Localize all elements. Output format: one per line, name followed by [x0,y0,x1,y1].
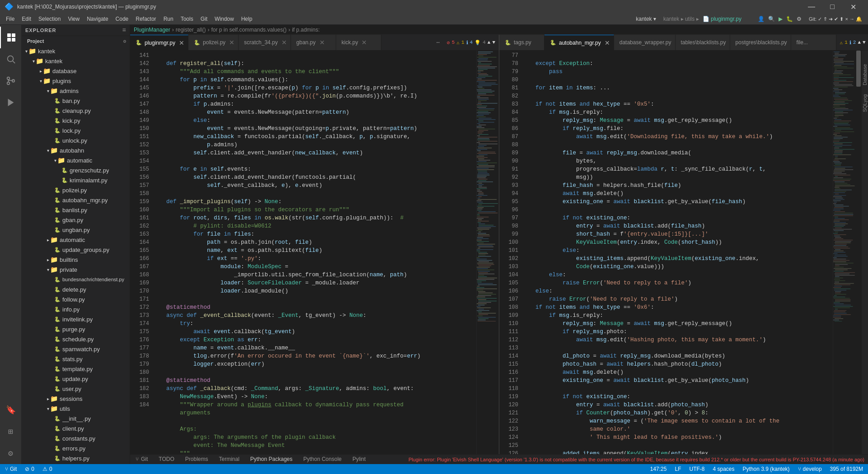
git-status-icon[interactable]: Git: ✓ ⇑ ➜ ✔ ⬆ × → 🔔 [805,15,866,23]
tree-item-private[interactable]: ▾ 📁 private [22,265,130,274]
tree-item-kriminalamt[interactable]: 🐍 kriminalamt.py [22,175,130,185]
project-selector[interactable]: kantek ▾ [632,15,660,23]
status-errors[interactable]: ⊘ 0 [23,464,36,474]
tree-item-polizei[interactable]: 🐍 polizei.py [22,185,130,195]
tree-item-purge[interactable]: 🐍 purge.py [22,324,130,334]
tab-todo[interactable]: TODO [153,455,179,465]
tab-pluginmgr[interactable]: 🐍 pluginmgr.py ✕ [130,35,188,50]
tab-close-scratch34[interactable]: ✕ [282,39,287,46]
tree-item-automatic[interactable]: ▾ 📁 automatic [22,155,130,165]
menu-edit[interactable]: Edit [18,15,35,23]
tree-item-update[interactable]: 🐍 update.py [22,374,130,384]
tree-item-spamwatch[interactable]: 🐍 spamwatch.py [22,344,130,354]
menu-view[interactable]: View [64,15,83,23]
menu-run[interactable]: Run [160,15,177,23]
tree-item-user[interactable]: 🐍 user.py [22,384,130,394]
tree-item-client[interactable]: 🐍 client.py [22,423,130,433]
tree-item-cleanup[interactable]: 🐍 cleanup.py [22,106,130,116]
right-scroll-thumb[interactable] [856,51,861,87]
tree-item-banlist[interactable]: 🐍 banlist.py [22,205,130,215]
tab-polizei[interactable]: 🐍 polizei.py ✕ [188,35,239,50]
tree-item-bundesnach[interactable]: 🐍 bundesnachrichtendienst.py [22,274,130,284]
run-button[interactable]: ▶ [779,16,783,22]
debug-button[interactable]: 🐛 [786,16,793,22]
sidebar-collapse-icon[interactable]: ≡ [122,27,126,34]
tree-item-kantek[interactable]: ▾ 📁 kantek [22,56,130,66]
project-settings-icon[interactable]: ⚙ [123,38,126,44]
menu-tools[interactable]: Tools [177,15,197,23]
toolbar-icon-1[interactable]: 👤 [758,16,765,22]
activity-explorer[interactable] [0,27,22,48]
right-problems-up[interactable]: ▲ [858,40,861,45]
minimize-button[interactable]: — [801,0,822,14]
tab-close-gban[interactable]: ✕ [319,39,325,46]
tree-item-admins[interactable]: ▾ 📁 admins [22,86,130,96]
tab-scratch34[interactable]: scratch_34.py ✕ [239,35,291,50]
status-lf[interactable]: LF [673,464,682,474]
menu-file[interactable]: File [2,15,18,23]
tree-item-ungban[interactable]: 🐍 ungban.py [22,225,130,235]
tree-item-plugins[interactable]: ▾ 📁 plugins [22,76,130,86]
right-code-content[interactable]: except Exception: pass for item in items… [522,51,833,454]
menu-navigate[interactable]: Navigate [83,15,112,23]
activity-search[interactable] [0,48,22,70]
tree-item-follow[interactable]: 🐍 follow.py [22,294,130,304]
status-git[interactable]: ⑂ Git [4,464,18,474]
settings-icon[interactable]: ⚙ [797,16,802,22]
tab-postgres-blacklists[interactable]: postgres\blacklists.py [730,35,791,50]
tree-item-update-groups[interactable]: 🐍 update_groups.py [22,245,130,255]
project-tree-header[interactable]: Project ⚙ [22,36,130,46]
tree-item-automatic2[interactable]: ▸ 📁 automatic [22,235,130,245]
tab-git[interactable]: ⑂ Git [130,455,153,465]
tree-item-template[interactable]: 🐍 template.py [22,364,130,374]
tree-item-autobahn[interactable]: ▾ 📁 autobahn [22,145,130,155]
tree-item-init[interactable]: 🐍 __init__.py [22,414,130,423]
tab-kick[interactable]: kick.py ✕ [336,35,381,50]
tree-item-kantek-root[interactable]: ▾ 📁 kantek [22,46,130,56]
tab-more-button[interactable]: ⋯ [433,35,443,50]
tree-item-builtins[interactable]: ▸ 📁 builtins [22,255,130,265]
menu-selection[interactable]: Selection [35,15,64,23]
left-code-area[interactable]: 141142143144 145146147148 149150151152 1… [130,51,476,454]
tree-item-helpers[interactable]: 🐍 helpers.py [22,453,130,463]
menu-window[interactable]: Window [211,15,238,23]
search-everywhere-icon[interactable]: 🔍 [768,16,775,22]
tree-item-utils[interactable]: ▾ 📁 utils [22,404,130,414]
close-button[interactable]: ✕ [843,0,863,14]
tab-gban[interactable]: gban.py ✕ [291,35,336,50]
tab-problems[interactable]: Problems [180,455,214,465]
tree-item-database[interactable]: ▸ 📁 database [22,66,130,76]
activity-run[interactable] [0,92,22,113]
status-warnings[interactable]: ⚠ 0 [41,464,54,474]
tab-close-kick[interactable]: ✕ [361,39,367,46]
tab-db-wrapper[interactable]: database_wrapper.py [614,35,676,50]
tree-item-unlock[interactable]: 🐍 unlock.py [22,135,130,145]
tab-close-autobahn-mgr[interactable]: ✕ [605,39,610,46]
tree-item-sessions[interactable]: ▸ 📁 sessions [22,394,130,404]
activity-settings[interactable]: ⚙ [0,442,22,464]
tab-close-polizei[interactable]: ✕ [229,39,235,46]
tree-item-info[interactable]: 🐍 info.py [22,304,130,314]
tab-autobahn-mgr[interactable]: 🐍 autobahn_mgr.py ✕ [544,35,614,50]
menu-refactor[interactable]: Refactor [132,15,160,23]
status-spaces[interactable]: 4 spaces [711,464,736,474]
menu-code[interactable]: Code [112,15,132,23]
tab-tables-blacklists[interactable]: tables\blacklists.py [676,35,730,50]
tab-pylint[interactable]: Pylint [347,455,371,465]
maximize-button[interactable]: □ [822,0,843,14]
tree-item-schedule[interactable]: 🐍 schedule.py [22,334,130,344]
status-memory[interactable]: 395 of 8192M [829,464,864,474]
tab-tags[interactable]: 🐍 tags.py [499,35,544,50]
tree-item-kick[interactable]: 🐍 kick.py [22,116,130,125]
sidebar-label-database[interactable]: Database [862,64,868,85]
tree-item-autobahn-mgr[interactable]: 🐍 autobahn_mgr.py [22,195,130,205]
right-problems-down[interactable]: ▼ [863,40,866,45]
left-code-content[interactable]: def register_all(self): """Add all comma… [153,51,476,454]
tab-file-extra[interactable]: file... [791,35,836,50]
tree-item-constants[interactable]: 🐍 constants.py [22,433,130,443]
activity-bookmarks[interactable]: 🔖 [0,399,22,421]
tab-python-console[interactable]: Python Console [298,455,347,465]
status-encoding[interactable]: UTF-8 [688,464,706,474]
tab-python-packages[interactable]: Python Packages [245,455,298,465]
status-position[interactable]: 147:25 [649,464,668,474]
